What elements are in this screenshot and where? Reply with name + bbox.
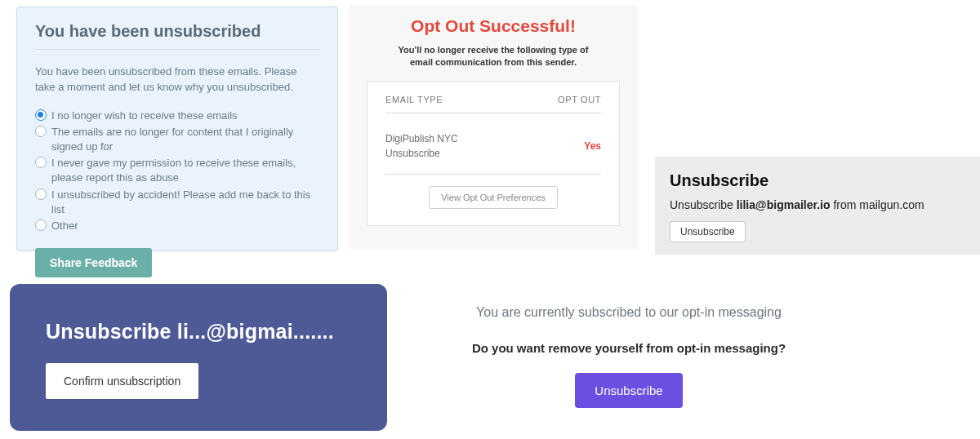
email-type-cell: DigiPublish NYC Unsubscribe (385, 131, 458, 161)
email-type-line: DigiPublish NYC (385, 133, 458, 144)
column-header-email-type: EMAIL TYPE (385, 95, 443, 104)
email-type-line: Unsubscribe (385, 148, 440, 159)
panel-title: Unsubscribe li...@bigmai....... (46, 320, 351, 344)
option-label: The emails are no longer for content tha… (51, 125, 319, 154)
radio-icon (35, 126, 47, 137)
sentence-suffix: from mailgun.com (831, 198, 924, 211)
option-label: I no longer wish to receive these emails (51, 109, 238, 123)
reason-option[interactable]: Other (35, 219, 319, 233)
column-header-opt-out: OPT OUT (558, 95, 601, 104)
prompt-text: Do you want remove yourself from opt-in … (416, 341, 841, 355)
panel-subtitle: You'll no longer receive the following t… (387, 44, 599, 69)
unsubscribe-button[interactable]: Unsubscribe (575, 373, 682, 408)
sentence-prefix: Unsubscribe (670, 198, 737, 211)
confirm-unsubscribe-panel: Unsubscribe li...@bigmai....... Confirm … (10, 284, 387, 431)
reason-option[interactable]: I no longer wish to receive these emails (35, 109, 319, 123)
option-label: Other (51, 219, 78, 233)
panel-title: You have been unsubscribed (35, 22, 319, 50)
mailgun-unsubscribe-panel: Unsubscribe Unsubscribe lilia@bigmailer.… (655, 157, 980, 255)
opt-out-success-panel: Opt Out Successful! You'll no longer rec… (349, 5, 638, 250)
radio-icon (35, 188, 47, 200)
divider (385, 174, 601, 175)
panel-lead-text: You have been unsubscribed from these em… (35, 64, 319, 95)
opt-out-status: Yes (584, 140, 601, 152)
optin-unsubscribe-panel: You are currently subscribed to our opt-… (416, 305, 841, 408)
table-header-row: EMAIL TYPE OPT OUT (385, 95, 601, 113)
unsubscribe-feedback-panel: You have been unsubscribed You have been… (16, 7, 338, 251)
radio-icon (35, 157, 47, 168)
confirm-unsubscription-button[interactable]: Confirm unsubscription (46, 363, 198, 399)
opt-out-table: EMAIL TYPE OPT OUT DigiPublish NYC Unsub… (367, 81, 620, 226)
table-row: DigiPublish NYC Unsubscribe Yes (385, 113, 601, 174)
reason-options: I no longer wish to receive these emails… (35, 109, 319, 234)
panel-title: Unsubscribe (670, 171, 965, 190)
email-address: lilia@bigmailer.io (737, 198, 831, 211)
view-preferences-button[interactable]: View Opt Out Preferences (429, 186, 558, 209)
reason-option[interactable]: I never gave my permission to receive th… (35, 156, 319, 185)
unsubscribe-sentence: Unsubscribe lilia@bigmailer.io from mail… (670, 198, 965, 211)
option-label: I unsubscribed by accident! Please add m… (51, 188, 319, 217)
panel-title: Opt Out Successful! (367, 16, 620, 36)
reason-option[interactable]: I unsubscribed by accident! Please add m… (35, 188, 319, 217)
radio-icon (35, 220, 47, 231)
reason-option[interactable]: The emails are no longer for content tha… (35, 125, 319, 154)
share-feedback-button[interactable]: Share Feedback (35, 248, 152, 277)
status-text: You are currently subscribed to our opt-… (416, 305, 841, 320)
radio-icon (35, 109, 47, 121)
unsubscribe-button[interactable]: Unsubscribe (670, 221, 746, 242)
option-label: I never gave my permission to receive th… (51, 156, 319, 185)
